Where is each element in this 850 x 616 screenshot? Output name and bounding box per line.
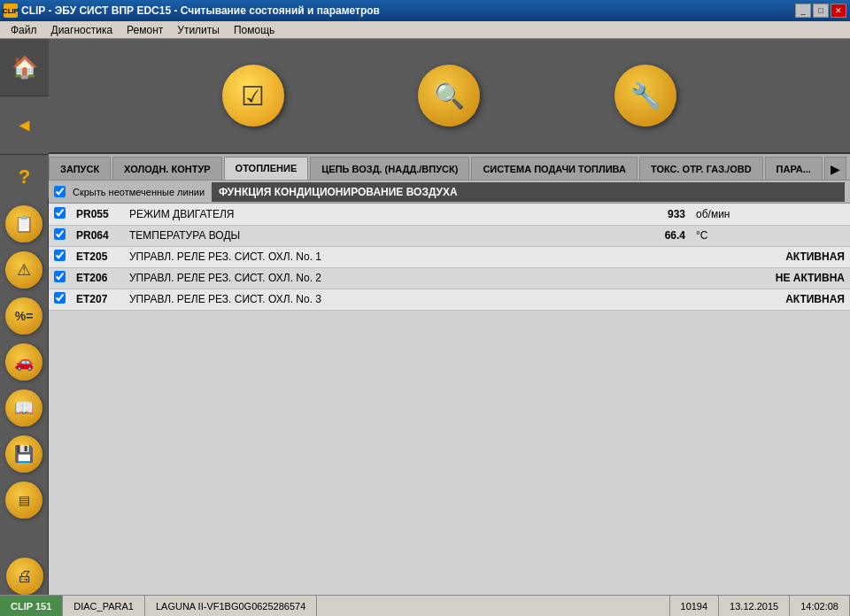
- tab-zapusk[interactable]: ЗАПУСК: [49, 157, 111, 180]
- status-date: 13.12.2015: [719, 596, 790, 616]
- maximize-button[interactable]: □: [813, 4, 829, 18]
- barcode-icon: ▤: [19, 493, 30, 507]
- status-diac: DIAC_PARA1: [63, 596, 145, 616]
- window-title: CLIP - ЭБУ СИСТ ВПР EDC15 - Считывание с…: [21, 4, 380, 17]
- wrench-nav-button[interactable]: 🔧: [614, 65, 676, 127]
- wrench-icon: 🔧: [630, 81, 661, 111]
- warning-icon: ⚠: [17, 260, 31, 280]
- back-button[interactable]: ◄: [0, 96, 49, 154]
- table-row: PR064ТЕМПЕРАТУРА ВОДЫ66.4°C: [49, 225, 850, 246]
- content-area: Скрыть неотмеченные линии ФУНКЦИЯ КОНДИЦ…: [49, 181, 850, 595]
- table-row: ET207УПРАВЛ. РЕЛЕ РЕЗ. СИСТ. ОХЛ. No. 3А…: [49, 289, 850, 310]
- book-icon: 📖: [14, 398, 34, 418]
- tab-more-button[interactable]: ▶: [824, 157, 846, 180]
- document-sidebar-button[interactable]: 📋: [5, 205, 42, 243]
- status-time: 14:02:08: [790, 596, 850, 616]
- row-unit: [691, 246, 744, 267]
- status-clip: CLIP 151: [0, 596, 63, 616]
- row-name: РЕЖИМ ДВИГАТЕЛЯ: [124, 204, 620, 225]
- menu-repair[interactable]: Ремонт: [120, 22, 170, 38]
- titlebar: CLIP CLIP - ЭБУ СИСТ ВПР EDC15 - Считыва…: [0, 0, 850, 21]
- percent-icon: %=: [15, 309, 34, 323]
- checklist-nav-button[interactable]: ☑: [222, 65, 284, 127]
- section-title: ФУНКЦИЯ КОНДИЦИОНИРОВАНИЕ ВОЗДУХА: [212, 182, 845, 202]
- car-search-icon: 🔍: [434, 81, 465, 111]
- row-value: [620, 289, 691, 310]
- row-code: PR064: [71, 225, 124, 246]
- status-spacer: [317, 596, 669, 616]
- print-icon: 🖨: [17, 567, 33, 586]
- row-unit: об/мин: [691, 204, 744, 225]
- document-icon: 📋: [14, 214, 34, 234]
- tab-kholodn[interactable]: ХОЛОДН. КОНТУР: [112, 157, 221, 180]
- row-value: 933: [620, 204, 691, 225]
- row-checkbox-ET205[interactable]: [54, 250, 66, 261]
- row-unit: [691, 267, 744, 289]
- save-sidebar-button[interactable]: 💾: [5, 435, 42, 473]
- car-search-nav-button[interactable]: 🔍: [418, 65, 480, 127]
- row-checkbox-PR055[interactable]: [54, 207, 66, 219]
- menu-utilities[interactable]: Утилиты: [170, 22, 227, 38]
- warning-sidebar-button[interactable]: ⚠: [5, 251, 42, 289]
- book-sidebar-button[interactable]: 📖: [5, 389, 42, 427]
- row-checkbox-ET206[interactable]: [54, 271, 66, 282]
- question-icon: ?: [19, 166, 30, 189]
- home-button[interactable]: 🏠: [0, 39, 49, 96]
- row-name: ТЕМПЕРАТУРА ВОДЫ: [124, 225, 620, 246]
- car-icon: 🚗: [14, 352, 34, 372]
- close-button[interactable]: ✕: [831, 4, 846, 18]
- status-km: 10194: [670, 596, 720, 616]
- save-icon: 💾: [14, 444, 34, 464]
- table-row: ET205УПРАВЛ. РЕЛЕ РЕЗ. СИСТ. ОХЛ. No. 1А…: [49, 246, 850, 267]
- row-checkbox-PR064[interactable]: [54, 228, 66, 240]
- menu-file[interactable]: Файл: [4, 22, 44, 38]
- row-code: ET207: [71, 289, 124, 310]
- tab-tsep[interactable]: ЦЕПЬ ВОЗД. (НАДД./ВПУСК): [310, 157, 469, 180]
- menu-help[interactable]: Помощь: [227, 22, 282, 38]
- table-row: PR055РЕЖИМ ДВИГАТЕЛЯ933об/мин: [49, 204, 850, 225]
- hide-unmarked-checkbox[interactable]: [54, 186, 66, 197]
- row-value: [620, 267, 691, 289]
- row-name: УПРАВЛ. РЕЛЕ РЕЗ. СИСТ. ОХЛ. No. 1: [124, 246, 620, 267]
- row-unit: °C: [691, 225, 744, 246]
- tab-sistema[interactable]: СИСТЕМА ПОДАЧИ ТОПЛИВА: [471, 157, 638, 180]
- row-code: PR055: [71, 204, 124, 225]
- app-icon: CLIP: [4, 4, 18, 18]
- percent-sidebar-button[interactable]: %=: [5, 297, 42, 335]
- row-value: [620, 246, 691, 267]
- row-status: АКТИВНАЯ: [744, 289, 850, 310]
- row-status: [744, 204, 850, 225]
- row-checkbox-ET207[interactable]: [54, 292, 66, 304]
- filter-label: Скрыть неотмеченные линии: [73, 187, 205, 197]
- car-sidebar-button[interactable]: 🚗: [5, 343, 42, 381]
- status-vehicle: LAGUNA II-VF1BG0G0625286574: [145, 596, 317, 616]
- table-row: ET206УПРАВЛ. РЕЛЕ РЕЗ. СИСТ. ОХЛ. No. 2Н…: [49, 267, 850, 289]
- row-name: УПРАВЛ. РЕЛЕ РЕЗ. СИСТ. ОХЛ. No. 2: [124, 267, 620, 289]
- row-status: НЕ АКТИВНА: [744, 267, 850, 289]
- back-icon: ◄: [16, 115, 34, 135]
- row-code: ET205: [71, 246, 124, 267]
- filter-row: Скрыть неотмеченные линии ФУНКЦИЯ КОНДИЦ…: [49, 181, 850, 204]
- row-unit: [691, 289, 744, 310]
- home-icon: 🏠: [12, 55, 38, 80]
- row-status: [744, 225, 850, 246]
- tab-otoplenie[interactable]: ОТОПЛЕНИЕ: [224, 157, 309, 180]
- barcode-sidebar-button[interactable]: ▤: [5, 481, 42, 519]
- data-table: PR055РЕЖИМ ДВИГАТЕЛЯ933об/минPR064ТЕМПЕР…: [49, 204, 850, 311]
- tab-toks[interactable]: ТОКС. ОТР. ГАЗ./OBD: [639, 157, 763, 180]
- help-button[interactable]: ?: [0, 154, 49, 198]
- row-code: ET206: [71, 267, 124, 289]
- tab-para[interactable]: ПАРА...: [765, 157, 823, 180]
- row-name: УПРАВЛ. РЕЛЕ РЕЗ. СИСТ. ОХЛ. No. 3: [124, 289, 620, 310]
- window-controls: _ □ ✕: [795, 4, 846, 18]
- minimize-button[interactable]: _: [795, 4, 811, 18]
- row-status: АКТИВНАЯ: [744, 246, 850, 267]
- menubar: Файл Диагностика Ремонт Утилиты Помощь: [0, 21, 850, 39]
- menu-diagnostics[interactable]: Диагностика: [44, 22, 120, 38]
- tab-strip: ЗАПУСК ХОЛОДН. КОНТУР ОТОПЛЕНИЕ ЦЕПЬ ВОЗ…: [49, 154, 850, 181]
- row-value: 66.4: [620, 225, 691, 246]
- statusbar: CLIP 151 DIAC_PARA1 LAGUNA II-VF1BG0G062…: [0, 595, 850, 616]
- checklist-icon: ☑: [241, 81, 265, 112]
- print-sidebar-button[interactable]: 🖨: [6, 558, 43, 595]
